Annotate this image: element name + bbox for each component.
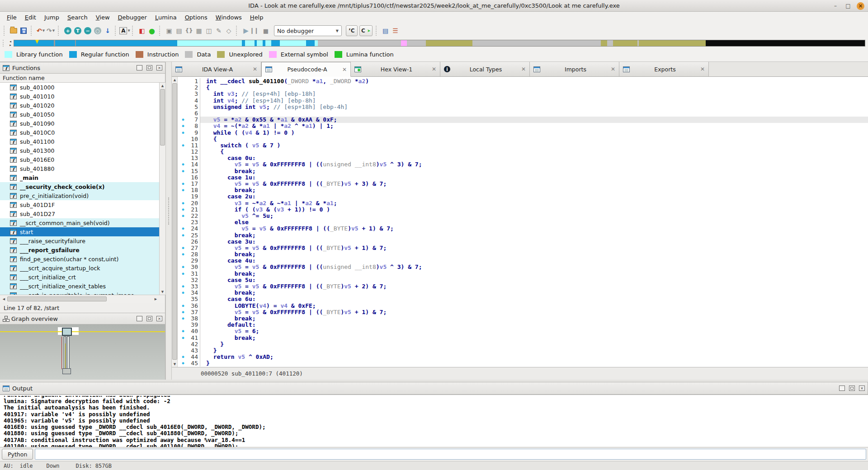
code-text[interactable]: case 1u:: [200, 174, 868, 181]
menu-item-options[interactable]: Options: [181, 13, 212, 22]
code-text[interactable]: case 4u:: [200, 258, 868, 264]
code-gutter[interactable]: 29: [178, 258, 200, 264]
code-text[interactable]: v3 = ~*a2 & ~*a1 | *a2 & *a1;: [200, 200, 868, 207]
code-text[interactable]: {: [200, 85, 868, 91]
code-line[interactable]: 4 int v4; // [esp+14h] [ebp-8h]: [178, 98, 868, 104]
navband-grip[interactable]: [3, 40, 5, 47]
code-text[interactable]: break;: [200, 251, 868, 258]
code-text[interactable]: int __cdecl sub_401100(_DWORD *a1, _DWOR…: [200, 78, 868, 85]
struct-icon[interactable]: ▦: [194, 26, 203, 35]
code-gutter[interactable]: ●41: [178, 335, 200, 341]
close-icon[interactable]: ×: [857, 2, 864, 10]
run-c-icon[interactable]: C ➤: [359, 25, 373, 36]
code-line[interactable]: ●40 v5 = 6;: [178, 328, 868, 334]
code-text[interactable]: {: [200, 149, 868, 155]
menu-item-jump[interactable]: Jump: [40, 13, 63, 22]
code-line[interactable]: 32 case 5u:: [178, 277, 868, 283]
code-gutter[interactable]: ●25: [178, 232, 200, 239]
code-text[interactable]: v4 = ~(*a2 & *a1 | *a2 ^ *a1) | 1;: [200, 123, 868, 129]
code-gutter[interactable]: ●22: [178, 213, 200, 219]
function-row[interactable]: sub_401000: [0, 83, 165, 92]
function-row[interactable]: sub_401D1F: [0, 200, 165, 209]
function-row[interactable]: sub_4010C0: [0, 128, 165, 137]
menu-item-search[interactable]: Search: [63, 13, 92, 22]
code-line[interactable]: 29 case 4u:: [178, 258, 868, 264]
code-text[interactable]: case 5u:: [200, 277, 868, 283]
code-line[interactable]: 3 int v3; // [esp+4h] [ebp-18h]: [178, 91, 868, 97]
code-line[interactable]: 39 default:: [178, 322, 868, 328]
float-panel-icon[interactable]: [849, 385, 855, 391]
debugger-select[interactable]: No debugger▼: [274, 25, 342, 36]
code-line[interactable]: ●45}: [178, 360, 868, 367]
tab-ida-view-a[interactable]: IDA View-A✕: [172, 62, 261, 76]
close-tab-icon[interactable]: ✕: [611, 66, 615, 72]
code-gutter[interactable]: 32: [178, 277, 200, 283]
code-gutter[interactable]: ●30: [178, 264, 200, 270]
code-text[interactable]: if ( (v3 & (v3 + 1)) != 0 ): [200, 207, 868, 213]
code-line[interactable]: 19 case 2u:: [178, 193, 868, 200]
code-text[interactable]: break;: [200, 271, 868, 277]
code-gutter[interactable]: ●11: [178, 142, 200, 149]
code-text[interactable]: switch ( v5 & 7 ): [200, 142, 868, 149]
scroll-down-icon[interactable]: ▼: [172, 361, 178, 367]
close-tab-icon[interactable]: ✕: [700, 66, 705, 72]
code-line[interactable]: 16 case 1u:: [178, 174, 868, 181]
code-gutter[interactable]: 19: [178, 193, 200, 200]
code-text[interactable]: int v4; // [esp+14h] [ebp-8h]: [200, 98, 868, 104]
lumina-icon[interactable]: ●: [147, 26, 156, 35]
code-gutter[interactable]: 13: [178, 155, 200, 161]
code-gutter[interactable]: 6: [178, 110, 200, 117]
code-gutter[interactable]: ●33: [178, 283, 200, 290]
code-line[interactable]: ●24 v5 = v5 & 0xFFFFFFF8 | ((_BYTE)v5 + …: [178, 226, 868, 232]
code-text[interactable]: case 2u:: [200, 193, 868, 200]
functions-vertical-scrollbar[interactable]: ▲ ▼: [159, 83, 165, 295]
code-text[interactable]: default:: [200, 322, 868, 328]
close-panel-icon[interactable]: ×: [156, 316, 162, 321]
code-line[interactable]: ●14 v5 = v5 & 0xFFFFFFF8 | ((unsigned __…: [178, 161, 868, 168]
code-line[interactable]: 12 {: [178, 149, 868, 155]
function-row[interactable]: pre_c_initialization(void): [0, 191, 165, 200]
code-gutter[interactable]: 10: [178, 136, 200, 142]
scrollbar-thumb[interactable]: [160, 89, 165, 146]
code-gutter[interactable]: ●15: [178, 168, 200, 174]
panel-splitter[interactable]: [165, 62, 172, 380]
code-text[interactable]: return v5 ^ 0xAD;: [200, 354, 868, 360]
code-line[interactable]: ●36 LOBYTE(v4) = v4 & 0xFE;: [178, 303, 868, 309]
code-gutter[interactable]: 23: [178, 219, 200, 226]
code-gutter[interactable]: ●9: [178, 130, 200, 136]
code-gutter[interactable]: 5: [178, 104, 200, 110]
code-text[interactable]: v5 ^= 5u;: [200, 213, 868, 219]
code-gutter[interactable]: ●24: [178, 226, 200, 232]
close-panel-icon[interactable]: ×: [859, 385, 865, 391]
scroll-right-icon[interactable]: ▶: [153, 296, 159, 302]
menu-item-lumina[interactable]: Lumina: [151, 13, 181, 22]
function-name-column-header[interactable]: Function name: [0, 74, 165, 83]
code-gutter[interactable]: 4: [178, 98, 200, 104]
code-text[interactable]: [200, 110, 868, 117]
function-row[interactable]: ___scrt_initialize_onexit_tables: [0, 282, 165, 291]
code-text[interactable]: }: [200, 360, 868, 367]
function-row[interactable]: sub_401050: [0, 110, 165, 119]
code-line[interactable]: ●7 v5 = *a2 & 0x55 & *a1 & 0xAA & 0xF;: [178, 117, 868, 123]
code-line[interactable]: ●8 v4 = ~(*a2 & *a1 | *a2 ^ *a1) | 1;: [178, 123, 868, 129]
code-line[interactable]: 6: [178, 110, 868, 117]
code-text[interactable]: unsigned int v5; // [esp+18h] [ebp-4h]: [200, 104, 868, 110]
code-gutter[interactable]: ●20: [178, 200, 200, 207]
scroll-up-icon[interactable]: ▲: [172, 77, 178, 83]
code-text[interactable]: case 6u:: [200, 296, 868, 302]
code-text[interactable]: else: [200, 219, 868, 226]
code-line[interactable]: 2{: [178, 85, 868, 91]
code-line[interactable]: ●28 break;: [178, 251, 868, 258]
code-line[interactable]: 10 {: [178, 136, 868, 142]
maximize-panel-icon[interactable]: [137, 65, 142, 70]
panel-list-red-icon[interactable]: ☰: [391, 26, 400, 35]
code-line[interactable]: ●33 v5 = v5 & 0xFFFFFFF8 | ((_BYTE)v5 + …: [178, 283, 868, 290]
code-line[interactable]: ●22 v5 ^= 5u;: [178, 213, 868, 219]
code-line[interactable]: 43 }: [178, 348, 868, 354]
code-gutter[interactable]: 26: [178, 239, 200, 245]
code-text[interactable]: while ( (v4 & 1) != 0 ): [200, 130, 868, 136]
scroll-down-icon[interactable]: ▼: [160, 289, 165, 295]
code-text[interactable]: }: [200, 341, 868, 348]
code-text[interactable]: v5 = v5 & 0xFFFFFFF8 | ((_BYTE)v5 + 1) &…: [200, 309, 868, 315]
scroll-left-icon[interactable]: ◀: [1, 296, 7, 302]
